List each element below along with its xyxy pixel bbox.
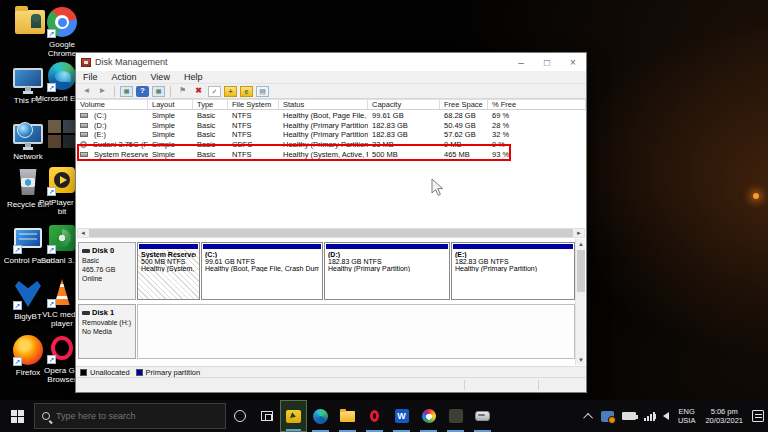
partition-e[interactable]: (E:) 182.83 GB NTFS Healthy (Primary Par… bbox=[451, 242, 575, 300]
unallocated-swatch bbox=[80, 369, 87, 376]
shortcut-arrow-icon bbox=[47, 245, 56, 254]
close-button[interactable]: × bbox=[560, 53, 586, 71]
taskbar-paint[interactable] bbox=[415, 400, 442, 432]
col-pct-free[interactable]: % Free bbox=[488, 100, 586, 109]
scroll-right-icon[interactable]: ► bbox=[574, 229, 584, 237]
window-title: Disk Management bbox=[95, 57, 168, 67]
start-button[interactable] bbox=[0, 400, 34, 432]
globe-icon bbox=[17, 122, 33, 138]
window-titlebar[interactable]: Disk Management – □ × bbox=[76, 53, 586, 71]
menu-bar: File Action View Help bbox=[76, 71, 586, 84]
maximize-button[interactable]: □ bbox=[534, 53, 560, 71]
delete-volume-icon[interactable]: ✖ bbox=[192, 86, 205, 97]
volume-drive-icon bbox=[80, 123, 88, 128]
chevron-up-icon bbox=[583, 412, 593, 422]
forward-icon[interactable]: ► bbox=[96, 86, 109, 97]
col-type[interactable]: Type bbox=[193, 100, 228, 109]
mouse-cursor bbox=[431, 178, 444, 201]
check-icon[interactable]: ✓ bbox=[208, 86, 221, 97]
explore-icon[interactable]: e bbox=[240, 86, 253, 97]
task-view-button[interactable] bbox=[253, 400, 280, 432]
disk-1-label-panel[interactable]: Disk 1 Removable (H:) No Media bbox=[78, 304, 136, 359]
volume-row-d[interactable]: (D:) Simple Basic NTFS Healthy (Primary … bbox=[76, 121, 586, 131]
date: 20/03/2021 bbox=[705, 416, 743, 425]
desktop-icon-google-chrome[interactable]: Google Chrome bbox=[34, 6, 90, 58]
help-icon[interactable]: ? bbox=[136, 86, 149, 97]
language-indicator[interactable]: ENG USIA bbox=[673, 407, 701, 426]
speaker-icon bbox=[663, 412, 669, 420]
scroll-down-icon[interactable]: ▼ bbox=[576, 355, 586, 365]
col-layout[interactable]: Layout bbox=[148, 100, 193, 109]
horizontal-scrollbar[interactable]: ◄ ► bbox=[77, 228, 585, 238]
menu-file[interactable]: File bbox=[76, 72, 105, 82]
opera-gx-icon bbox=[370, 410, 379, 422]
taskbar-disk-tool[interactable] bbox=[469, 400, 496, 432]
menu-action[interactable]: Action bbox=[105, 72, 144, 82]
disk-1-empty-region[interactable] bbox=[137, 304, 575, 359]
legend-unallocated: Unallocated bbox=[80, 368, 130, 377]
taskbar-dark-app[interactable] bbox=[442, 400, 469, 432]
hard-drive-icon bbox=[475, 411, 490, 421]
volume-row-e[interactable]: (E:) Simple Basic NTFS Healthy (Primary … bbox=[76, 130, 586, 140]
shortcut-arrow-icon bbox=[47, 187, 56, 196]
action-pane-icon[interactable]: ▦ bbox=[152, 86, 165, 97]
col-volume[interactable]: Volume bbox=[76, 100, 148, 109]
toolbar-separator bbox=[170, 86, 171, 97]
col-capacity[interactable]: Capacity bbox=[368, 100, 440, 109]
tray-notification-app[interactable] bbox=[597, 400, 618, 432]
taskbar-file-explorer[interactable] bbox=[334, 400, 361, 432]
details-icon[interactable]: ▤ bbox=[256, 86, 269, 97]
scroll-up-icon[interactable]: ▲ bbox=[576, 239, 586, 249]
scrollbar-thumb[interactable] bbox=[577, 250, 585, 292]
shortcut-arrow-icon bbox=[13, 301, 22, 310]
battery-indicator[interactable] bbox=[618, 400, 640, 432]
network-indicator[interactable] bbox=[640, 400, 659, 432]
disk-0-row: Disk 0 Basic 465.76 GB Online System Res… bbox=[78, 242, 575, 300]
volume-indicator[interactable] bbox=[659, 400, 673, 432]
cortana-button[interactable] bbox=[226, 400, 253, 432]
volume-row-c[interactable]: (C:) Simple Basic NTFS Healthy (Boot, Pa… bbox=[76, 111, 586, 121]
primary-partition-bar bbox=[326, 244, 448, 249]
disk-0-label-panel[interactable]: Disk 0 Basic 465.76 GB Online bbox=[78, 242, 136, 300]
console-tree-icon[interactable]: ▦ bbox=[120, 86, 133, 97]
toolbar: ◄ ► ▦ ? ▦ ⚑ ✖ ✓ + e ▤ bbox=[76, 84, 586, 99]
col-file-system[interactable]: File System bbox=[228, 100, 279, 109]
back-icon[interactable]: ◄ bbox=[80, 86, 93, 97]
col-free-space[interactable]: Free Space bbox=[440, 100, 488, 109]
taskbar-edge[interactable] bbox=[307, 400, 334, 432]
edge-icon bbox=[313, 409, 328, 424]
taskbar-word[interactable]: W bbox=[388, 400, 415, 432]
volume-list-header: Volume Layout Type File System Status Ca… bbox=[76, 99, 586, 110]
tray-expand-button[interactable] bbox=[582, 400, 597, 432]
vertical-scrollbar[interactable]: ▲ ▼ bbox=[575, 239, 585, 365]
disk-icon bbox=[82, 249, 90, 253]
pointer-icon[interactable]: ⚑ bbox=[176, 86, 189, 97]
action-center-button[interactable] bbox=[748, 400, 768, 432]
partition-system-reserved[interactable]: System Reserved 500 MB NTFS Healthy (Sys… bbox=[137, 242, 200, 300]
minimize-button[interactable]: – bbox=[508, 53, 534, 71]
scrollbar-thumb[interactable] bbox=[89, 229, 573, 237]
legend-primary-partition: Primary partition bbox=[136, 368, 201, 377]
partition-c[interactable]: (C:) 99.61 GB NTFS Healthy (Boot, Page F… bbox=[201, 242, 323, 300]
clock[interactable]: 5:06 pm 20/03/2021 bbox=[700, 407, 748, 426]
volume-drive-icon bbox=[80, 113, 88, 118]
taskbar-search[interactable] bbox=[34, 403, 226, 429]
desktop-icon-label: Network bbox=[13, 152, 42, 161]
word-icon: W bbox=[395, 409, 409, 423]
action-center-icon bbox=[752, 410, 764, 422]
taskbar-opera-gx[interactable] bbox=[361, 400, 388, 432]
disk-management-window: Disk Management – □ × File Action View H… bbox=[75, 52, 587, 393]
dark-app-icon bbox=[449, 409, 463, 423]
scroll-left-icon[interactable]: ◄ bbox=[78, 229, 88, 237]
partition-d[interactable]: (D:) 182.83 GB NTFS Healthy (Primary Par… bbox=[324, 242, 450, 300]
taskbar-disk-management[interactable] bbox=[280, 400, 307, 432]
status-bar bbox=[76, 377, 586, 392]
new-volume-icon[interactable]: + bbox=[224, 86, 237, 97]
menu-view[interactable]: View bbox=[144, 72, 177, 82]
search-input[interactable] bbox=[56, 411, 196, 421]
menu-help[interactable]: Help bbox=[177, 72, 210, 82]
cortana-icon bbox=[234, 410, 246, 422]
paint-palette-icon bbox=[422, 409, 436, 423]
shortcut-arrow-icon bbox=[47, 299, 56, 308]
col-status[interactable]: Status bbox=[279, 100, 368, 109]
